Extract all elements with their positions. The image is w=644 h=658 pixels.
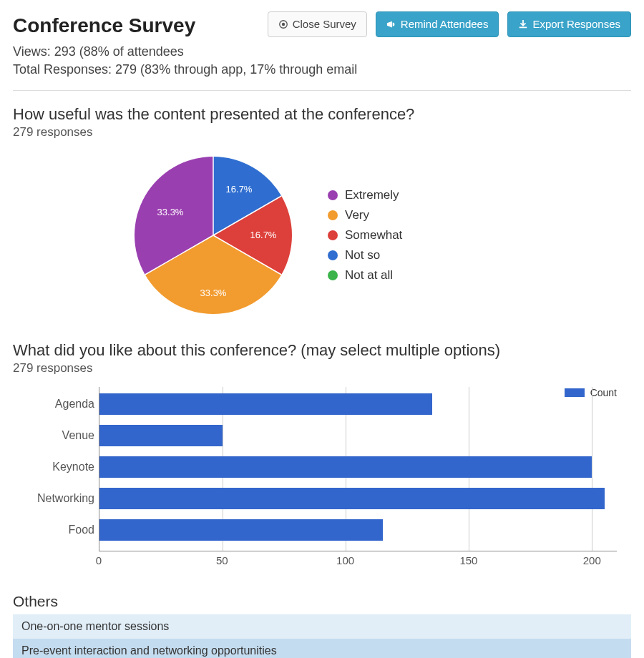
others-list: One-on-one mentor sessions Pre-event int… bbox=[13, 614, 631, 658]
responses-line: Total Responses: 279 (83% through app, 1… bbox=[13, 62, 631, 77]
question-1-title: How useful was the content presented at … bbox=[13, 105, 631, 124]
export-responses-label: Export Responses bbox=[532, 18, 620, 31]
x-tick-label: 100 bbox=[336, 554, 354, 566]
export-responses-button[interactable]: Export Responses bbox=[507, 11, 631, 37]
bar-plot: Agenda Venue Keynote Networking Food bbox=[20, 387, 631, 573]
bar-x-axis: 0 50 100 150 200 bbox=[99, 551, 617, 573]
question-1: How useful was the content presented at … bbox=[13, 105, 631, 321]
page-title: Conference Survey bbox=[13, 11, 195, 37]
question-2: What did you like about this conference?… bbox=[13, 341, 631, 573]
legend-label: Not at all bbox=[345, 268, 393, 283]
pie-chart-area: 16.7% 16.7% 33.3% 33.3% Extremely Very S… bbox=[13, 149, 631, 321]
bar-networking bbox=[99, 488, 605, 509]
legend-label: Very bbox=[345, 208, 369, 222]
swatch-icon bbox=[328, 190, 338, 200]
gridline bbox=[592, 387, 592, 551]
svg-point-1 bbox=[281, 23, 284, 26]
bar-keynote bbox=[99, 456, 592, 478]
pie-chart: 16.7% 16.7% 33.3% 33.3% bbox=[127, 149, 299, 321]
others-section: Others One-on-one mentor sessions Pre-ev… bbox=[13, 593, 631, 658]
y-tick-label: Venue bbox=[20, 429, 94, 442]
bar-chart-area: Count Agenda Venue Keynote Networking Fo… bbox=[13, 387, 631, 573]
x-tick-label: 50 bbox=[216, 554, 228, 566]
views-line: Views: 293 (88% of attendees bbox=[13, 44, 631, 59]
swatch-icon bbox=[328, 270, 338, 280]
close-survey-label: Close Survey bbox=[293, 18, 356, 31]
others-title: Others bbox=[13, 593, 631, 610]
legend-item: Not at all bbox=[328, 268, 402, 283]
legend-label: Extremely bbox=[345, 188, 399, 202]
legend-item: Very bbox=[328, 208, 402, 222]
pie-label-very: 33.3% bbox=[200, 288, 227, 298]
record-icon bbox=[278, 19, 288, 29]
question-2-title: What did you like about this conference?… bbox=[13, 341, 631, 360]
pie-label-somewhat: 16.7% bbox=[250, 230, 277, 240]
bar-venue bbox=[99, 425, 223, 446]
swatch-icon bbox=[328, 210, 338, 220]
svg-rect-2 bbox=[519, 27, 527, 29]
y-tick-label: Networking bbox=[20, 492, 94, 505]
bar-canvas bbox=[99, 387, 617, 551]
x-tick-label: 200 bbox=[583, 554, 601, 566]
others-item: Pre-event interaction and networking opp… bbox=[13, 639, 631, 658]
swatch-icon bbox=[328, 230, 338, 240]
y-tick-label: Keynote bbox=[20, 461, 94, 473]
question-1-sub: 279 responses bbox=[13, 125, 631, 139]
pie-legend: Extremely Very Somewhat Not so Not at al… bbox=[328, 188, 402, 283]
x-tick-label: 0 bbox=[96, 554, 102, 566]
survey-meta: Views: 293 (88% of attendees Total Respo… bbox=[13, 44, 631, 77]
legend-item: Not so bbox=[328, 248, 402, 262]
x-tick-label: 150 bbox=[459, 554, 477, 566]
bar-y-axis: Agenda Venue Keynote Networking Food bbox=[20, 387, 99, 551]
download-icon bbox=[518, 19, 528, 29]
remind-attendees-button[interactable]: Remind Attendees bbox=[376, 11, 499, 37]
y-tick-label: Agenda bbox=[20, 398, 94, 411]
close-survey-button[interactable]: Close Survey bbox=[268, 11, 367, 37]
y-tick-label: Food bbox=[20, 524, 94, 536]
pie-label-notso: 16.7% bbox=[226, 184, 253, 195]
divider bbox=[13, 90, 631, 91]
question-2-sub: 279 responses bbox=[13, 361, 631, 375]
header: Conference Survey Close Survey Remind At… bbox=[13, 11, 631, 37]
legend-item: Extremely bbox=[328, 188, 402, 202]
legend-item: Somewhat bbox=[328, 228, 402, 242]
swatch-icon bbox=[328, 250, 338, 260]
remind-attendees-label: Remind Attendees bbox=[401, 18, 489, 31]
legend-label: Not so bbox=[345, 248, 380, 262]
bar-agenda bbox=[99, 393, 432, 415]
bullhorn-icon bbox=[386, 19, 396, 29]
legend-label: Somewhat bbox=[345, 228, 402, 242]
others-item: One-on-one mentor sessions bbox=[13, 614, 631, 639]
pie-label-extremely: 33.3% bbox=[157, 207, 184, 217]
bar-food bbox=[99, 519, 383, 541]
